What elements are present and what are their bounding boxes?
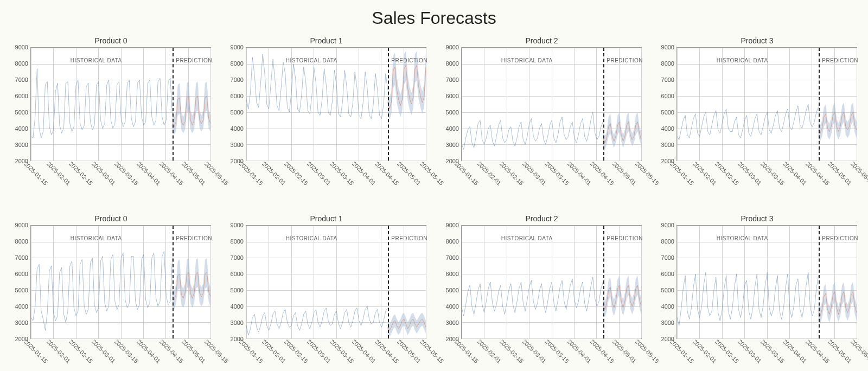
- plot-area: HISTORICAL DATAPREDICTION: [30, 225, 211, 339]
- chart-panel: Product 12000300040005000600070008000900…: [226, 36, 426, 199]
- x-tick-label: 2025-05-15: [203, 160, 229, 186]
- y-tick-label: 7000: [15, 254, 28, 261]
- x-tick-label: 2025-03-01: [737, 338, 763, 364]
- confidence-interval: [819, 103, 857, 141]
- y-tick-label: 3000: [446, 142, 459, 148]
- plot-area: HISTORICAL DATAPREDICTION: [676, 225, 857, 339]
- x-axis-ticks: 2025-01-152025-02-012025-02-152025-03-01…: [676, 339, 857, 371]
- historical-annotation: HISTORICAL DATA: [717, 235, 768, 241]
- plot-area: HISTORICAL DATAPREDICTION: [30, 47, 211, 161]
- y-tick-label: 7000: [231, 76, 244, 83]
- y-tick-label: 8000: [15, 238, 28, 245]
- y-tick-label: 6000: [15, 93, 28, 99]
- y-tick-label: 3000: [15, 319, 28, 326]
- y-tick-label: 6000: [231, 93, 244, 99]
- forecast-split-line: [388, 226, 389, 338]
- y-tick-label: 3000: [231, 319, 244, 326]
- y-tick-label: 8000: [446, 60, 459, 67]
- y-tick-label: 7000: [446, 76, 459, 83]
- y-axis-ticks: 20003000400050006000700080009000: [442, 47, 460, 161]
- x-tick-label: 2025-05-15: [634, 160, 660, 186]
- forecast-split-line: [603, 226, 604, 338]
- plot-area: HISTORICAL DATAPREDICTION: [461, 225, 642, 339]
- x-tick-label: 2025-04-01: [136, 160, 162, 186]
- x-tick-label: 2025-03-01: [737, 160, 763, 186]
- prediction-annotation: PREDICTION: [607, 57, 643, 63]
- y-axis-ticks: 20003000400050006000700080009000: [11, 225, 29, 339]
- y-tick-label: 3000: [661, 319, 674, 326]
- x-axis-ticks: 2025-01-152025-02-012025-02-152025-03-01…: [461, 161, 642, 199]
- x-tick-label: 2025-01-15: [669, 160, 695, 186]
- x-tick-label: 2025-01-15: [454, 338, 480, 364]
- y-tick-label: 7000: [15, 76, 28, 83]
- forecast-split-line: [603, 48, 604, 161]
- x-tick-label: 2025-05-15: [203, 338, 229, 364]
- prediction-annotation: PREDICTION: [391, 235, 427, 241]
- x-tick-label: 2025-05-15: [850, 160, 868, 186]
- historical-series: [31, 252, 173, 331]
- x-tick-label: 2025-04-01: [136, 338, 162, 364]
- x-tick-label: 2025-04-01: [782, 338, 808, 364]
- chart-panel: Product 12000300040005000600070008000900…: [226, 214, 426, 371]
- chart-panel: Product 02000300040005000600070008000900…: [11, 214, 211, 371]
- y-tick-label: 7000: [446, 254, 459, 261]
- panel-title: Product 0: [11, 214, 211, 223]
- forecast-split-line: [173, 48, 174, 161]
- x-tick-label: 2025-03-01: [306, 338, 332, 364]
- historical-series: [677, 272, 819, 325]
- panel-title: Product 1: [226, 214, 426, 223]
- x-tick-label: 2025-03-01: [306, 160, 332, 186]
- confidence-interval: [173, 81, 210, 135]
- y-tick-label: 9000: [231, 44, 244, 50]
- y-tick-label: 9000: [661, 222, 674, 228]
- x-axis-ticks: 2025-01-152025-02-012025-02-152025-03-01…: [30, 339, 211, 371]
- y-tick-label: 8000: [231, 238, 244, 245]
- historical-series: [246, 306, 388, 335]
- x-tick-label: 2025-01-15: [23, 338, 49, 364]
- y-axis-ticks: 20003000400050006000700080009000: [226, 47, 245, 161]
- confidence-interval: [819, 282, 857, 324]
- y-tick-label: 5000: [661, 287, 674, 293]
- x-tick-label: 2025-03-01: [521, 338, 547, 364]
- prediction-annotation: PREDICTION: [822, 235, 858, 241]
- y-tick-label: 5000: [231, 109, 244, 116]
- y-tick-label: 4000: [15, 125, 28, 132]
- y-tick-label: 6000: [661, 271, 674, 277]
- x-tick-label: 2025-03-01: [91, 338, 117, 364]
- x-tick-label: 2025-05-15: [419, 338, 445, 364]
- x-tick-label: 2025-05-15: [850, 338, 868, 364]
- historical-annotation: HISTORICAL DATA: [286, 57, 337, 63]
- y-tick-label: 6000: [231, 271, 244, 277]
- y-axis-ticks: 20003000400050006000700080009000: [226, 225, 245, 339]
- x-axis-ticks: 2025-01-152025-02-012025-02-152025-03-01…: [30, 161, 211, 199]
- y-tick-label: 4000: [446, 303, 459, 310]
- prediction-annotation: PREDICTION: [607, 235, 643, 241]
- y-tick-label: 9000: [446, 44, 459, 50]
- y-tick-label: 4000: [661, 303, 674, 310]
- x-tick-label: 2025-04-01: [782, 160, 808, 186]
- y-tick-label: 6000: [15, 271, 28, 277]
- historical-annotation: HISTORICAL DATA: [286, 235, 337, 241]
- historical-annotation: HISTORICAL DATA: [501, 235, 553, 241]
- y-tick-label: 8000: [15, 60, 28, 67]
- y-tick-label: 5000: [661, 109, 674, 116]
- y-tick-label: 5000: [446, 109, 459, 116]
- forecast-split-line: [173, 226, 174, 338]
- historical-series: [31, 69, 173, 138]
- forecast-split-line: [388, 48, 389, 161]
- x-tick-label: 2025-01-15: [669, 338, 695, 364]
- historical-series: [462, 277, 603, 316]
- page-title: Sales Forecasts: [11, 8, 857, 28]
- x-tick-label: 2025-01-15: [238, 160, 264, 186]
- y-tick-label: 3000: [661, 142, 674, 148]
- chart-panel: Product 32000300040005000600070008000900…: [657, 214, 857, 371]
- y-tick-label: 8000: [231, 60, 244, 67]
- y-tick-label: 6000: [661, 93, 674, 99]
- prediction-annotation: PREDICTION: [822, 57, 858, 63]
- y-tick-label: 5000: [15, 287, 28, 293]
- confidence-interval: [173, 258, 210, 309]
- plot-area: HISTORICAL DATAPREDICTION: [246, 225, 426, 339]
- chart-panel: Product 22000300040005000600070008000900…: [442, 214, 642, 371]
- y-tick-label: 3000: [446, 319, 459, 326]
- historical-annotation: HISTORICAL DATA: [71, 235, 122, 241]
